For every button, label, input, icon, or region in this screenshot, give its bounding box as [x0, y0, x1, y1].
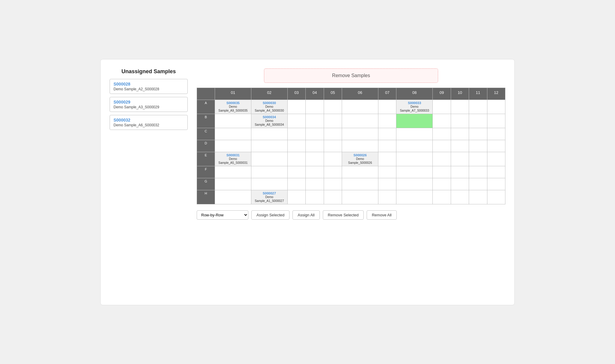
grid-cell-E04[interactable] [306, 152, 324, 166]
grid-cell-B05[interactable] [324, 114, 342, 128]
grid-cell-B03[interactable] [287, 114, 305, 128]
grid-cell-H04[interactable] [306, 190, 324, 204]
grid-cell-B06[interactable] [342, 114, 378, 128]
grid-cell-A07[interactable] [378, 100, 396, 114]
grid-cell-E08[interactable] [396, 152, 433, 166]
grid-cell-D06[interactable] [342, 140, 378, 152]
grid-cell-C05[interactable] [324, 128, 342, 140]
assignment-order-select[interactable]: Row-by-RowColumn-by-Column [197, 210, 248, 220]
grid-cell-D09[interactable] [433, 140, 451, 152]
grid-cell-B08[interactable] [396, 114, 433, 128]
grid-cell-F08[interactable] [396, 166, 433, 178]
grid-cell-C08[interactable] [396, 128, 433, 140]
grid-cell-F09[interactable] [433, 166, 451, 178]
grid-cell-E09[interactable] [433, 152, 451, 166]
grid-cell-C06[interactable] [342, 128, 378, 140]
remove-all-button[interactable]: Remove All [367, 210, 397, 220]
grid-cell-G08[interactable] [396, 178, 433, 190]
grid-cell-E11[interactable] [469, 152, 487, 166]
grid-cell-F01[interactable] [215, 166, 251, 178]
grid-cell-H12[interactable] [487, 190, 505, 204]
grid-cell-D03[interactable] [287, 140, 305, 152]
grid-cell-B01[interactable] [215, 114, 251, 128]
grid-cell-A06[interactable] [342, 100, 378, 114]
grid-cell-A01[interactable]: S000035Demo Sample_A9_S000035 [215, 100, 251, 114]
grid-cell-G11[interactable] [469, 178, 487, 190]
grid-cell-F10[interactable] [451, 166, 469, 178]
grid-cell-A04[interactable] [306, 100, 324, 114]
grid-cell-A09[interactable] [433, 100, 451, 114]
grid-cell-F11[interactable] [469, 166, 487, 178]
grid-cell-E05[interactable] [324, 152, 342, 166]
grid-cell-F05[interactable] [324, 166, 342, 178]
grid-cell-F06[interactable] [342, 166, 378, 178]
grid-cell-A02[interactable]: S000030Demo Sample_A4_S000030 [251, 100, 287, 114]
grid-cell-D12[interactable] [487, 140, 505, 152]
grid-cell-A05[interactable] [324, 100, 342, 114]
sample-card[interactable]: S000029Demo Sample_A3_S000029 [110, 97, 188, 112]
grid-cell-E06[interactable]: S000026Demo Sample_S000026 [342, 152, 378, 166]
grid-cell-E07[interactable] [378, 152, 396, 166]
grid-cell-H02[interactable]: S000027Demo Sample_A1_S000027 [251, 190, 287, 204]
grid-cell-D02[interactable] [251, 140, 287, 152]
grid-cell-C03[interactable] [287, 128, 305, 140]
grid-cell-D10[interactable] [451, 140, 469, 152]
grid-cell-D08[interactable] [396, 140, 433, 152]
sample-card[interactable]: S000032Demo Sample_A6_S000032 [110, 115, 188, 130]
grid-cell-C10[interactable] [451, 128, 469, 140]
grid-cell-C11[interactable] [469, 128, 487, 140]
grid-cell-F02[interactable] [251, 166, 287, 178]
grid-cell-D04[interactable] [306, 140, 324, 152]
remove-selected-button[interactable]: Remove Selected [323, 210, 364, 220]
grid-cell-B04[interactable] [306, 114, 324, 128]
assign-all-button[interactable]: Assign All [292, 210, 320, 220]
grid-cell-G07[interactable] [378, 178, 396, 190]
grid-cell-A11[interactable] [469, 100, 487, 114]
grid-cell-G05[interactable] [324, 178, 342, 190]
grid-cell-H05[interactable] [324, 190, 342, 204]
grid-cell-G06[interactable] [342, 178, 378, 190]
grid-cell-B09[interactable] [433, 114, 451, 128]
grid-cell-B12[interactable] [487, 114, 505, 128]
grid-cell-B02[interactable]: S000034Demo Sample_A8_S000034 [251, 114, 287, 128]
grid-cell-E02[interactable] [251, 152, 287, 166]
grid-cell-A10[interactable] [451, 100, 469, 114]
grid-cell-C12[interactable] [487, 128, 505, 140]
grid-cell-H01[interactable] [215, 190, 251, 204]
grid-cell-F07[interactable] [378, 166, 396, 178]
sample-card[interactable]: S000028Demo Sample_A2_S000028 [110, 79, 188, 94]
grid-cell-D01[interactable] [215, 140, 251, 152]
assign-selected-button[interactable]: Assign Selected [251, 210, 289, 220]
grid-cell-G12[interactable] [487, 178, 505, 190]
grid-cell-F03[interactable] [287, 166, 305, 178]
grid-cell-C04[interactable] [306, 128, 324, 140]
grid-cell-B07[interactable] [378, 114, 396, 128]
grid-cell-A12[interactable] [487, 100, 505, 114]
grid-cell-F12[interactable] [487, 166, 505, 178]
grid-cell-G04[interactable] [306, 178, 324, 190]
grid-cell-G10[interactable] [451, 178, 469, 190]
grid-cell-H10[interactable] [451, 190, 469, 204]
grid-cell-C09[interactable] [433, 128, 451, 140]
grid-cell-D05[interactable] [324, 140, 342, 152]
grid-cell-H08[interactable] [396, 190, 433, 204]
grid-cell-H06[interactable] [342, 190, 378, 204]
grid-cell-H03[interactable] [287, 190, 305, 204]
grid-cell-C01[interactable] [215, 128, 251, 140]
grid-cell-B11[interactable] [469, 114, 487, 128]
grid-cell-G09[interactable] [433, 178, 451, 190]
grid-cell-A08[interactable]: S000033Demo Sample_A7_S000033 [396, 100, 433, 114]
grid-cell-G03[interactable] [287, 178, 305, 190]
remove-samples-banner[interactable]: Remove Samples [264, 68, 438, 83]
grid-cell-D11[interactable] [469, 140, 487, 152]
grid-cell-E03[interactable] [287, 152, 305, 166]
grid-cell-A03[interactable] [287, 100, 305, 114]
grid-cell-F04[interactable] [306, 166, 324, 178]
grid-cell-G02[interactable] [251, 178, 287, 190]
grid-cell-C07[interactable] [378, 128, 396, 140]
grid-cell-B10[interactable] [451, 114, 469, 128]
grid-cell-E10[interactable] [451, 152, 469, 166]
grid-cell-C02[interactable] [251, 128, 287, 140]
grid-cell-E01[interactable]: S000031Demo Sample_A5_S000031 [215, 152, 251, 166]
grid-cell-H07[interactable] [378, 190, 396, 204]
